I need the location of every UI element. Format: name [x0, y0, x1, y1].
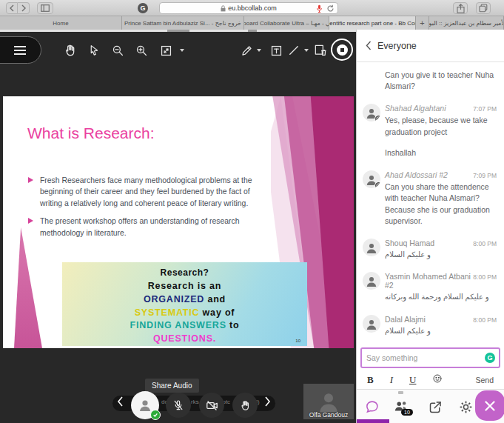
- share-content-icon: [428, 399, 443, 415]
- chat-message: Yasmin Mohamed Atbani #28:00 PM و عليكم …: [363, 272, 498, 303]
- tab-share-content[interactable]: [426, 397, 445, 416]
- chat-input-wrap: G: [360, 347, 500, 368]
- away-status-badge: [374, 115, 380, 121]
- underline-button[interactable]: U: [409, 374, 416, 386]
- chat-message-list[interactable]: Can you give it to teacher Nuha Alsmari?…: [357, 63, 504, 343]
- pencil-icon: [240, 44, 254, 58]
- fit-to-page-button[interactable]: [158, 42, 174, 59]
- zoom-in-button[interactable]: [133, 42, 149, 59]
- browser-toolbar: G eu.bbcollab.com: [0, 0, 504, 16]
- chat-back-button[interactable]: [366, 41, 372, 50]
- tab-prince-sattam[interactable]: Prince Sattam bin Adbulaziz Si... - خروج…: [122, 16, 244, 30]
- tab-overview-button[interactable]: [476, 2, 491, 14]
- chat-message: Shahad Algahtani7:07 PM Yes, please, bec…: [363, 104, 498, 159]
- hamburger-icon: [13, 45, 27, 56]
- shape-dropdown-caret[interactable]: [304, 49, 309, 52]
- tab-collaborate-ultra[interactable]: Blackboard Collaborate Ultra – عملي - مه…: [244, 16, 329, 30]
- clear-whiteboard-button[interactable]: [312, 42, 329, 59]
- camera-off-button[interactable]: [199, 393, 224, 418]
- occluded-text-fragment: rks: [191, 399, 199, 405]
- raise-hand-icon: [239, 399, 252, 412]
- mic-slash-icon: [172, 399, 185, 412]
- collaborate-stage: What is Research: Fresh Researchers face…: [0, 30, 356, 423]
- controls-next-chevron[interactable]: [264, 396, 271, 410]
- person-icon: [364, 273, 379, 288]
- avatar: [363, 239, 380, 256]
- slide-title: What is Research:: [27, 124, 155, 142]
- text-tool-icon: [269, 44, 283, 58]
- tab-audio-mic-icon[interactable]: [316, 4, 323, 15]
- slide-bullet-1: Fresh Researchers face many methodologic…: [28, 175, 256, 209]
- chat-message-input[interactable]: [366, 350, 481, 365]
- line-tool-icon: [287, 44, 300, 57]
- research-box-body: Research is an ORGANIZED and SYSTEMATIC …: [62, 280, 307, 346]
- bullet-triangle-icon: [28, 177, 33, 183]
- tab-settings[interactable]: [456, 397, 475, 416]
- person-icon: [364, 240, 379, 255]
- avatar: [363, 104, 380, 121]
- screen: G eu.bbcollab.com Home Prince Sattam bin…: [0, 0, 504, 423]
- send-button[interactable]: Send: [475, 376, 494, 384]
- session-menu-button[interactable]: [0, 36, 41, 64]
- safari-share-button[interactable]: [453, 2, 468, 14]
- chat-message: Can you give it to teacher Nuha Alsmari?: [363, 70, 498, 92]
- url-text: eu.bbcollab.com: [228, 4, 277, 12]
- chat-bubble-icon: [363, 399, 380, 415]
- controls-previous-chevron[interactable]: [117, 396, 124, 410]
- research-definition-box: Research? Research is an ORGANIZED and S…: [62, 262, 307, 346]
- address-bar[interactable]: eu.bbcollab.com: [159, 2, 338, 14]
- pen-dropdown-caret[interactable]: [257, 49, 261, 52]
- grammarly-extension-icon[interactable]: G: [138, 3, 148, 13]
- tab-university-portal[interactable]: جامعة الأمير سطام بن عبدالعزيز :: البواب…: [429, 16, 504, 30]
- lock-icon: [221, 5, 226, 12]
- chat-message: Ahad Aldossari #27:09 PM Can you share t…: [363, 170, 498, 227]
- italic-button[interactable]: I: [390, 374, 393, 386]
- grammarly-badge[interactable]: G: [485, 353, 495, 363]
- share-audio-tooltip: Share Audio: [145, 379, 199, 393]
- close-icon: [484, 400, 496, 412]
- pen-tool-button[interactable]: [238, 42, 255, 59]
- participant-video-thumbnail[interactable]: Olfa Gandouz: [303, 384, 354, 419]
- fit-dropdown-caret[interactable]: [180, 49, 184, 52]
- browser-back-button[interactable]: [6, 2, 18, 14]
- text-tool-button[interactable]: [268, 42, 284, 59]
- raise-hand-button[interactable]: [232, 393, 258, 418]
- select-tool-button[interactable]: [86, 42, 102, 59]
- slide-decoration-left-triangle: [14, 227, 42, 348]
- recording-indicator-button[interactable]: [331, 39, 353, 61]
- emoji-button[interactable]: [432, 373, 443, 387]
- fit-screen-icon: [159, 44, 173, 58]
- my-status-avatar-button[interactable]: [131, 391, 159, 419]
- slide-bullet-2: The present workshop offers an understan…: [28, 216, 256, 239]
- chat-message: Dalal Alajmi8:00 PM و عليكم السلام: [363, 315, 498, 337]
- tab-strip: Home Prince Sattam bin Adbulaziz Si... -…: [0, 16, 504, 30]
- shape-tool-button[interactable]: [286, 42, 302, 59]
- tab-home[interactable]: Home: [0, 16, 122, 30]
- new-tab-button[interactable]: +: [416, 16, 429, 30]
- tab-scientific-research-active[interactable]: Scientific research part one - Bb Col...: [329, 16, 416, 30]
- avatar: [363, 315, 380, 333]
- sidebar-toggle-button[interactable]: [37, 2, 53, 14]
- pan-tool-button[interactable]: [62, 42, 78, 59]
- zoom-in-icon: [135, 44, 149, 58]
- zoom-out-button[interactable]: [110, 42, 126, 59]
- pointer-icon: [87, 44, 101, 57]
- zoom-out-icon: [111, 44, 125, 58]
- bold-button[interactable]: B: [367, 374, 374, 386]
- reload-icon[interactable]: [326, 4, 335, 14]
- slide-page-number: 10: [295, 339, 300, 343]
- tab-chat[interactable]: [362, 397, 381, 416]
- microphone-muted-button[interactable]: [166, 393, 191, 418]
- panel-tab-bar: 10: [357, 389, 504, 423]
- research-box-heading: Research?: [62, 267, 307, 278]
- clear-page-icon: [313, 43, 328, 58]
- browser-forward-button[interactable]: [18, 2, 30, 14]
- avatar: [363, 170, 380, 188]
- close-panel-button[interactable]: [475, 390, 504, 421]
- avatar: [363, 272, 380, 290]
- bullet-triangle-icon: [28, 218, 33, 224]
- gear-icon: [458, 399, 474, 415]
- people-tab-indicator: [398, 391, 403, 394]
- away-status-badge: [374, 181, 380, 188]
- status-check-badge: [150, 410, 161, 420]
